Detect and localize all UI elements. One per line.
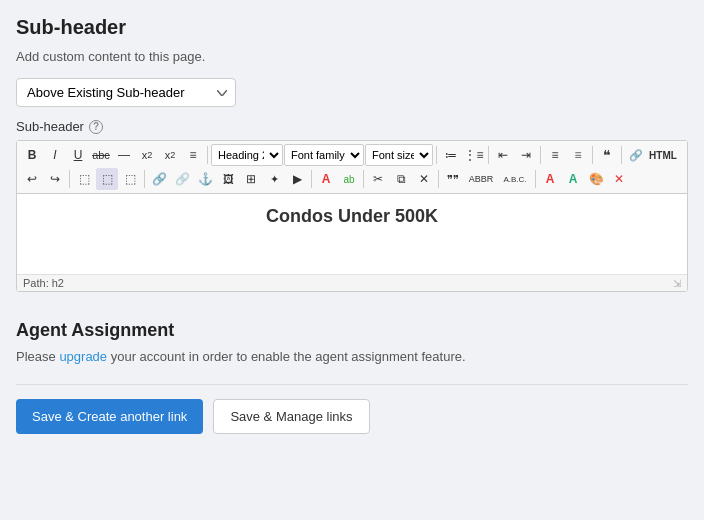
highlight-button[interactable]: ab — [338, 168, 360, 190]
superscript-button[interactable]: x2 — [159, 144, 181, 166]
ordered-list-button[interactable]: ⋮≡ — [463, 144, 485, 166]
bold-button[interactable]: B — [21, 144, 43, 166]
separator-12 — [535, 170, 536, 188]
agent-section-title: Agent Assignment — [16, 320, 688, 341]
underline-button[interactable]: U — [67, 144, 89, 166]
save-create-button[interactable]: Save & Create another link — [16, 399, 203, 434]
toolbar-row-2: ↩ ↪ ⬚ ⬚ ⬚ 🔗 🔗 ⚓ 🖼 ⊞ ✦ ▶ A ab ✂ ⧉ ✕ ❞❞ AB… — [21, 168, 683, 190]
remove-format-button[interactable]: ✕ — [413, 168, 435, 190]
agent-assignment-section: Agent Assignment Please upgrade your acc… — [16, 320, 688, 364]
justify-right-button[interactable]: ⬚ — [119, 168, 141, 190]
editor-content[interactable]: Condos Under 500K — [17, 194, 687, 274]
italic-button[interactable]: I — [44, 144, 66, 166]
link-button-2[interactable]: 🔗 — [625, 144, 647, 166]
separator-11 — [438, 170, 439, 188]
align-left-button[interactable]: ≡ — [544, 144, 566, 166]
editor-path-bar: Path: h2 ⇲ — [17, 274, 687, 291]
blockquote-button[interactable]: ❝ — [596, 144, 618, 166]
separator-10 — [363, 170, 364, 188]
duplicate-button[interactable]: ⧉ — [390, 168, 412, 190]
footer-buttons: Save & Create another link Save & Manage… — [16, 384, 688, 434]
abbr-button[interactable]: ABBR — [465, 168, 497, 190]
separator-2 — [436, 146, 437, 164]
anchor-button[interactable]: ⚓ — [194, 168, 216, 190]
quote-inline-button[interactable]: ❞❞ — [442, 168, 464, 190]
justify-center-button[interactable]: ⬚ — [96, 168, 118, 190]
strikethrough-button[interactable]: abc — [90, 144, 112, 166]
font-size-2-button[interactable]: A — [539, 168, 561, 190]
separator-5 — [592, 146, 593, 164]
separator-9 — [311, 170, 312, 188]
page-title: Sub-header — [16, 16, 688, 39]
justify-left-button[interactable]: ⬚ — [73, 168, 95, 190]
toolbar-row-1: B I U abc — x2 x2 ≡ Heading 1 Heading 2 … — [21, 144, 683, 166]
agent-desc-before: Please — [16, 349, 59, 364]
unlink-button[interactable]: 🔗 — [171, 168, 193, 190]
agent-desc-after: your account in order to enable the agen… — [107, 349, 465, 364]
undo-button[interactable]: ↩ — [21, 168, 43, 190]
position-dropdown-row: Above Existing Sub-header Below Existing… — [16, 78, 688, 107]
snippet-button[interactable]: ✂ — [367, 168, 389, 190]
separator-1 — [207, 146, 208, 164]
redo-button[interactable]: ↪ — [44, 168, 66, 190]
separator-3 — [488, 146, 489, 164]
editor-container: B I U abc — x2 x2 ≡ Heading 1 Heading 2 … — [16, 140, 688, 292]
indent-increase-button[interactable]: ⇥ — [515, 144, 537, 166]
separator-6 — [621, 146, 622, 164]
save-manage-button[interactable]: Save & Manage links — [213, 399, 369, 434]
editor-heading-text: Condos Under 500K — [33, 206, 671, 227]
separator-7 — [69, 170, 70, 188]
indent-decrease-button[interactable]: ⇤ — [492, 144, 514, 166]
unordered-list-button[interactable]: ≔ — [440, 144, 462, 166]
font-size-select[interactable]: Font size 8101214161824 — [365, 144, 433, 166]
hr-button[interactable]: — — [113, 144, 135, 166]
editor-toolbar: B I U abc — x2 x2 ≡ Heading 1 Heading 2 … — [17, 141, 687, 194]
help-icon[interactable]: ? — [89, 120, 103, 134]
media-button[interactable]: ▶ — [286, 168, 308, 190]
separator-8 — [144, 170, 145, 188]
close-editor-button[interactable]: ✕ — [608, 168, 630, 190]
align-center-button[interactable]: ≡ — [567, 144, 589, 166]
blockquote-toggle-button[interactable]: ≡ — [182, 144, 204, 166]
editor-path: Path: h2 — [23, 277, 64, 289]
html-button[interactable]: HTML — [648, 144, 678, 166]
style-button[interactable]: 🎨 — [585, 168, 607, 190]
resize-handle[interactable]: ⇲ — [673, 278, 681, 289]
page-subtitle: Add custom content to this page. — [16, 49, 688, 64]
font-color-button[interactable]: A — [315, 168, 337, 190]
agent-description: Please upgrade your account in order to … — [16, 349, 688, 364]
subheader-label: Sub-header ? — [16, 119, 688, 134]
font-color-2-button[interactable]: A — [562, 168, 584, 190]
subscript-button[interactable]: x2 — [136, 144, 158, 166]
image-button[interactable]: 🖼 — [217, 168, 239, 190]
link-button[interactable]: 🔗 — [148, 168, 170, 190]
heading-select[interactable]: Heading 1 Heading 2 Heading 3 Heading 4 … — [211, 144, 283, 166]
table-button[interactable]: ⊞ — [240, 168, 262, 190]
font-family-select[interactable]: Font family — [284, 144, 364, 166]
upgrade-link[interactable]: upgrade — [59, 349, 107, 364]
acronym-button[interactable]: A.B.C. — [498, 168, 532, 190]
special-char-button[interactable]: ✦ — [263, 168, 285, 190]
position-select[interactable]: Above Existing Sub-header Below Existing… — [16, 78, 236, 107]
separator-4 — [540, 146, 541, 164]
